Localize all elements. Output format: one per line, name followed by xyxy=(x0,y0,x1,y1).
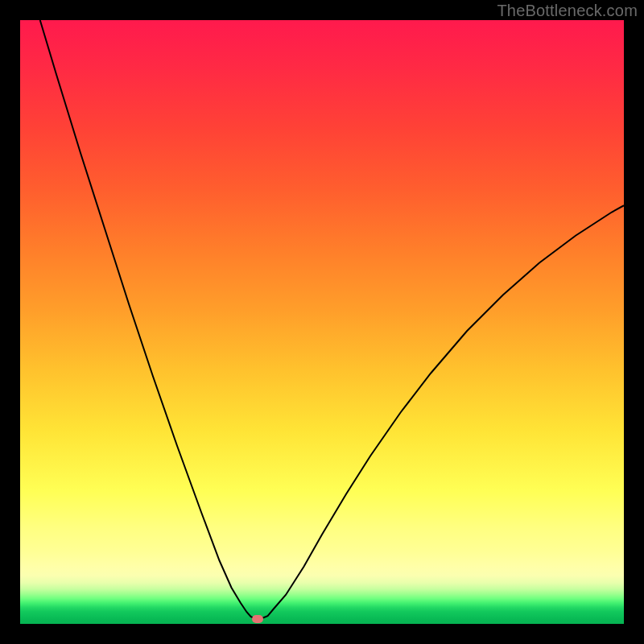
watermark-text: TheBottleneck.com xyxy=(497,2,638,20)
curve-svg xyxy=(20,20,624,624)
chart-frame: TheBottleneck.com xyxy=(0,0,644,644)
bottleneck-curve-path xyxy=(40,20,624,619)
min-marker xyxy=(252,615,263,623)
plot-area xyxy=(20,20,624,624)
